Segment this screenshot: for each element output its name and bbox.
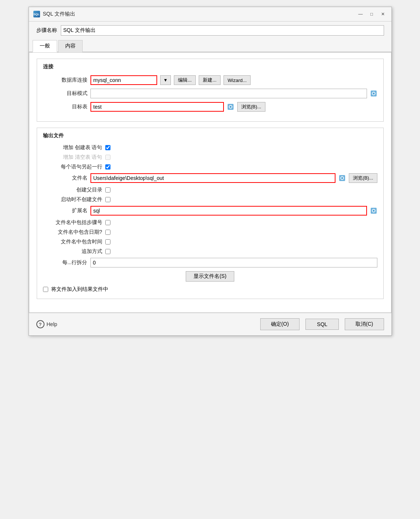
create-table-stmt-label: 增加 创建表 语句 — [43, 144, 102, 151]
step-name-row: 步骤名称 — [29, 22, 391, 39]
truncate-table-stmt-label: 增加 清空表 语句 — [43, 154, 102, 161]
main-window: SQL SQL 文件输出 — □ ✕ 步骤名称 一般 内容 连接 数据库连接 — [29, 7, 392, 336]
newline-per-stmt-label: 每个语句另起一行 — [43, 164, 102, 170]
output-file-section-title: 输出文件 — [43, 132, 377, 139]
add-to-result-row: 将文件加入到结果文件中 — [43, 286, 377, 293]
wizard-button[interactable]: Wizard... — [224, 75, 251, 85]
include-date-checkbox[interactable] — [105, 230, 110, 235]
svg-point-11 — [373, 210, 374, 212]
add-to-result-checkbox[interactable] — [43, 287, 48, 292]
target-schema-icon[interactable] — [370, 90, 377, 97]
include-date-row: 文件名中包含日期? — [43, 229, 377, 236]
new-connection-button[interactable]: 新建... — [199, 75, 221, 85]
target-table-schema-icon[interactable] — [227, 103, 234, 111]
db-connection-row: 数据库连接 ▼ 编辑... 新建... Wizard... — [43, 75, 377, 85]
content-area: 连接 数据库连接 ▼ 编辑... 新建... Wizard... 目标模式 — [29, 52, 391, 313]
target-table-input[interactable] — [90, 102, 224, 112]
db-connection-input[interactable] — [90, 75, 157, 85]
ok-button[interactable]: 确定(O) — [260, 318, 300, 330]
create-parent-dir-checkbox[interactable] — [105, 187, 110, 193]
filename-input[interactable] — [90, 173, 336, 183]
svg-point-5 — [229, 106, 231, 108]
step-name-label: 步骤名称 — [36, 27, 57, 34]
tab-general[interactable]: 一般 — [33, 40, 57, 52]
create-parent-dir-row: 创建父目录 — [43, 187, 377, 193]
show-filename-button[interactable]: 显示文件名(S) — [186, 271, 234, 282]
extension-schema-icon[interactable] — [370, 207, 377, 214]
minimize-button[interactable]: — — [357, 10, 365, 18]
db-connection-dropdown[interactable]: ▼ — [160, 75, 171, 85]
append-mode-checkbox[interactable] — [105, 249, 110, 254]
tabs-bar: 一般 内容 — [29, 39, 391, 52]
include-step-nr-checkbox[interactable] — [105, 220, 110, 225]
extension-input[interactable] — [90, 206, 367, 216]
svg-point-8 — [341, 177, 343, 179]
create-table-stmt-row: 增加 创建表 语句 — [43, 144, 377, 151]
no-create-on-start-row: 启动时不创建文件 — [43, 196, 377, 203]
include-step-nr-label: 文件名中包括步骤号 — [43, 219, 102, 226]
maximize-button[interactable]: □ — [368, 10, 376, 18]
target-schema-input[interactable] — [90, 89, 367, 98]
create-table-stmt-checkbox[interactable] — [105, 145, 110, 150]
no-create-on-start-label: 启动时不创建文件 — [43, 196, 102, 203]
close-button[interactable]: ✕ — [379, 10, 387, 18]
add-to-result-label: 将文件加入到结果文件中 — [51, 286, 108, 293]
filename-row: 文件名 浏览(B)... — [43, 173, 377, 183]
window-title: SQL 文件输出 — [43, 11, 75, 17]
help-label: Help — [47, 321, 57, 327]
extension-row: 扩展名 — [43, 206, 377, 216]
newline-per-stmt-checkbox[interactable] — [105, 164, 110, 170]
split-rows-label: 每...行拆分 — [43, 259, 87, 266]
newline-per-stmt-row: 每个语句另起一行 — [43, 164, 377, 170]
cancel-button[interactable]: 取消(C) — [345, 318, 384, 330]
tab-content[interactable]: 内容 — [58, 40, 83, 52]
window-icon: SQL — [33, 11, 40, 17]
connection-section-title: 连接 — [43, 63, 377, 70]
append-mode-row: 追加方式 — [43, 248, 377, 255]
titlebar: SQL SQL 文件输出 — □ ✕ — [29, 7, 391, 22]
include-time-label: 文件名中包含时间 — [43, 239, 102, 245]
target-schema-label: 目标模式 — [43, 90, 87, 97]
split-rows-input[interactable] — [90, 258, 377, 267]
append-mode-label: 追加方式 — [43, 248, 102, 255]
include-time-row: 文件名中包含时间 — [43, 239, 377, 245]
include-date-label: 文件名中包含日期? — [43, 229, 102, 236]
titlebar-controls: — □ ✕ — [357, 10, 387, 18]
connection-section: 连接 数据库连接 ▼ 编辑... 新建... Wizard... 目标模式 — [37, 59, 384, 122]
db-connection-label: 数据库连接 — [43, 77, 87, 83]
truncate-table-stmt-row: 增加 清空表 语句 — [43, 154, 377, 161]
target-table-label: 目标表 — [43, 104, 87, 110]
truncate-table-stmt-checkbox — [105, 155, 110, 160]
dialog-footer: ? Help 确定(O) SQL 取消(C) — [29, 313, 391, 335]
sql-button[interactable]: SQL — [305, 319, 339, 330]
include-step-nr-row: 文件名中包括步骤号 — [43, 219, 377, 226]
create-parent-dir-label: 创建父目录 — [43, 187, 102, 193]
svg-point-2 — [373, 93, 374, 95]
no-create-on-start-checkbox[interactable] — [105, 197, 110, 202]
browse-filename-button[interactable]: 浏览(B)... — [349, 173, 377, 183]
extension-label: 扩展名 — [43, 207, 87, 214]
filename-label: 文件名 — [43, 175, 87, 181]
step-name-input[interactable] — [61, 25, 384, 36]
browse-table-button[interactable]: 浏览(B)... — [237, 102, 265, 112]
filename-schema-icon[interactable] — [338, 174, 346, 182]
split-rows-row: 每...行拆分 — [43, 258, 377, 267]
help-icon[interactable]: ? — [36, 320, 44, 328]
target-schema-row: 目标模式 — [43, 89, 377, 98]
titlebar-left: SQL SQL 文件输出 — [33, 11, 75, 17]
edit-connection-button[interactable]: 编辑... — [174, 75, 196, 85]
show-filename-btn-row: 显示文件名(S) — [43, 271, 377, 282]
target-table-row: 目标表 浏览(B)... — [43, 102, 377, 112]
output-file-section: 输出文件 增加 创建表 语句 增加 清空表 语句 每个语句另起一行 文件名 — [37, 128, 384, 299]
include-time-checkbox[interactable] — [105, 239, 110, 244]
help-row: ? Help — [36, 320, 57, 328]
